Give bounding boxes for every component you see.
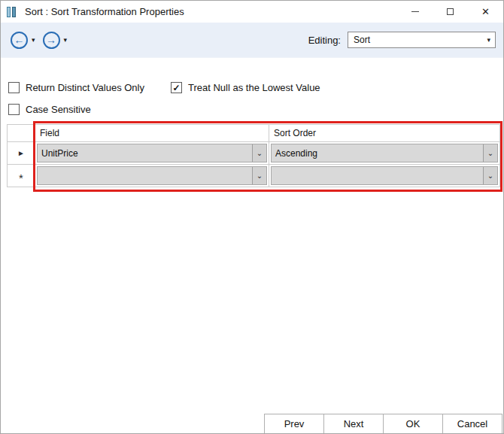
window-controls: ✕	[397, 1, 503, 23]
forward-dropdown-caret-icon[interactable]: ▾	[64, 36, 68, 44]
sort-order-combobox-chevron-icon[interactable]: ⌄	[483, 144, 497, 162]
toolbar: ← ▾ → ▾ Editing: Sort ▾	[1, 23, 503, 58]
sort-grid: Field Sort Order ► UnitPrice ⌄ Ascending…	[7, 124, 500, 187]
row-selector-new-icon: *	[8, 165, 35, 187]
back-dropdown-caret-icon[interactable]: ▾	[32, 36, 35, 44]
grid-header-sort-order: Sort Order	[269, 125, 500, 142]
editing-combobox-caret-icon: ▾	[487, 36, 490, 44]
forward-arrow-icon: →	[46, 35, 56, 45]
treat-null-label: Treat Null as the Lowest Value	[188, 82, 320, 93]
sort-order-combobox-new-chevron-icon[interactable]: ⌄	[483, 167, 497, 184]
checkmark-icon: ✓	[172, 83, 180, 93]
close-button[interactable]: ✕	[468, 1, 503, 23]
grid-corner-cell	[8, 125, 35, 142]
editing-label: Editing:	[308, 35, 341, 46]
close-icon: ✕	[481, 6, 490, 17]
case-sensitive-label: Case Sensitive	[26, 104, 91, 115]
dialog-window: Sort : Sort Transformation Properties ✕ …	[0, 0, 504, 434]
cancel-button[interactable]: Cancel	[442, 414, 502, 433]
editing-group: Editing: Sort ▾	[308, 32, 496, 48]
title-bar: Sort : Sort Transformation Properties ✕	[1, 1, 503, 23]
table-row: UnitPrice ⌄	[35, 142, 269, 165]
field-combobox-new-chevron-icon[interactable]: ⌄	[252, 167, 266, 184]
minimize-button[interactable]	[397, 1, 433, 23]
back-button[interactable]: ←	[11, 32, 28, 49]
editing-combobox-value: Sort	[354, 35, 370, 45]
app-icon	[7, 7, 19, 17]
app-icon-bar	[7, 7, 11, 17]
sort-order-combobox-value: Ascending	[275, 148, 317, 159]
sort-order-combobox[interactable]: Ascending ⌄	[271, 144, 498, 162]
row-selector-current-icon: ►	[8, 142, 35, 165]
table-row: ⌄	[269, 165, 500, 187]
window-title: Sort : Sort Transformation Properties	[25, 6, 184, 17]
app-icon-bar	[12, 7, 16, 17]
option-case-sensitive[interactable]: Case Sensitive	[8, 104, 91, 115]
ok-button[interactable]: OK	[383, 414, 443, 433]
table-row: ⌄	[35, 165, 269, 187]
field-combobox-chevron-icon[interactable]: ⌄	[252, 144, 266, 162]
field-combobox[interactable]: UnitPrice ⌄	[37, 144, 267, 162]
editing-combobox[interactable]: Sort ▾	[348, 32, 496, 48]
nav-button-group: ← ▾ → ▾	[11, 32, 74, 49]
next-button[interactable]: Next	[323, 414, 384, 433]
sort-order-combobox-new[interactable]: ⌄	[271, 166, 498, 185]
table-row: Ascending ⌄	[269, 142, 500, 165]
field-combobox-new[interactable]: ⌄	[37, 166, 267, 185]
grid-header-field: Field	[35, 125, 269, 142]
case-sensitive-checkbox[interactable]	[8, 104, 20, 115]
option-return-distinct[interactable]: Return Distinct Values Only	[8, 82, 144, 93]
field-combobox-value: UnitPrice	[41, 148, 78, 159]
footer-button-bar: Prev Next OK Cancel	[265, 414, 502, 433]
treat-null-checkbox[interactable]: ✓	[171, 82, 182, 93]
return-distinct-checkbox[interactable]	[8, 82, 20, 93]
maximize-button[interactable]	[433, 1, 468, 23]
maximize-icon	[447, 8, 454, 15]
option-treat-null[interactable]: ✓ Treat Null as the Lowest Value	[171, 82, 320, 93]
back-arrow-icon: ←	[14, 35, 25, 45]
minimize-icon	[411, 11, 419, 12]
forward-button[interactable]: →	[43, 32, 60, 49]
return-distinct-label: Return Distinct Values Only	[26, 82, 144, 93]
prev-button[interactable]: Prev	[264, 414, 324, 433]
